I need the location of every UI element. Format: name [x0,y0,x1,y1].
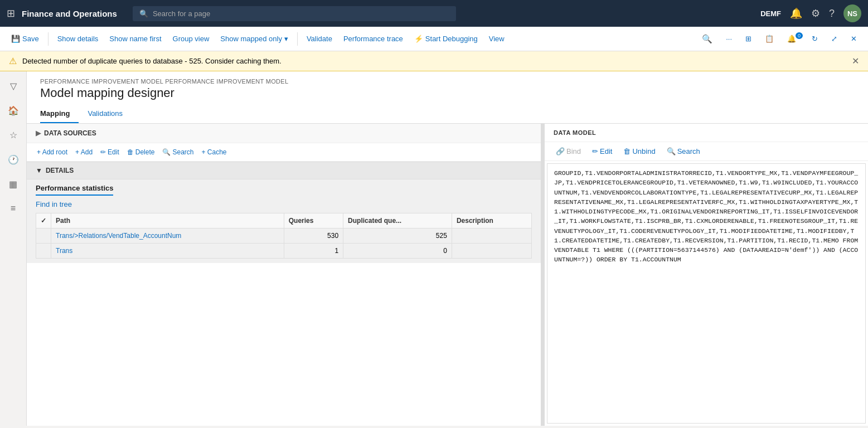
delete-icon: 🗑 [127,148,134,156]
group-view-button[interactable]: Group view [168,32,214,45]
show-details-button[interactable]: Show details [53,32,103,45]
toolbar-open-icon[interactable]: 📋 [760,32,778,45]
separator-1 [48,32,49,46]
panel-splitter[interactable] [542,124,545,426]
validate-button[interactable]: Validate [302,32,337,45]
performance-table: ✓ Path Queries Duplicated que... Descrip… [36,213,532,259]
section-expand-arrow[interactable]: ▶ [36,129,41,137]
row-path-1[interactable]: Trans/>Relations/VendTable_AccountNum [51,228,284,244]
data-sources-label: DATA SOURCES [44,129,96,137]
tab-mapping[interactable]: Mapping [40,105,79,123]
show-name-first-button[interactable]: Show name first [105,32,166,45]
col-description[interactable]: Description [452,213,531,228]
table-row: Trans 1 0 [36,244,532,259]
search-icon: 🔍 [139,9,148,18]
settings-icon[interactable]: ⚙ [811,7,820,20]
col-queries[interactable]: Queries [284,213,343,228]
sql-content[interactable]: GROUPID,T1.VENDORPORTALADMINISTRATORRECI… [547,163,866,424]
row-duplicated-1: 525 [343,228,452,244]
perf-stats-tab[interactable]: Performance statistics [27,179,122,196]
delete-button[interactable]: 🗑 Delete [124,147,158,158]
find-in-tree-link[interactable]: Find in tree [27,196,541,213]
debug-icon: ⚡ [414,35,423,43]
row-duplicated-2: 0 [343,244,452,259]
row-desc-1 [452,228,531,244]
row-check-2[interactable] [36,244,51,259]
toolbar-more-icon[interactable]: ··· [721,32,736,45]
add-button[interactable]: + Add [72,147,96,158]
view-button[interactable]: View [484,32,509,45]
col-check: ✓ [36,213,51,228]
edit-icon: ✏ [100,148,106,156]
env-label: DEMF [760,9,781,18]
col-path[interactable]: Path [51,213,284,228]
toolbar-refresh-icon[interactable]: ↻ [807,32,822,45]
unbind-button[interactable]: 🗑 Unbind [619,145,660,157]
global-search-bar[interactable]: 🔍 Search for a page [133,6,456,21]
edit-button[interactable]: ✏ Edit [97,147,123,158]
home-icon[interactable]: 🏠 [3,100,23,120]
toolbar-grid-icon[interactable]: ⊞ [741,32,756,45]
toolbar-close-icon[interactable]: ✕ [846,32,861,45]
notification-icon[interactable]: 🔔 [790,7,802,20]
main-layout: ▽ 🏠 ☆ 🕐 ▦ ≡ PERFORMANCE IMPROVEMENT MODE… [0,71,868,426]
search-placeholder: Search for a page [153,9,210,18]
table-header-row: ✓ Path Queries Duplicated que... Descrip… [36,213,532,228]
datasource-toolbar: + Add root + Add ✏ Edit 🗑 Delete 🔍 Searc… [27,143,541,162]
avatar[interactable]: NS [843,4,861,22]
star-icon[interactable]: ☆ [3,125,23,145]
link-icon: 🔗 [556,147,565,155]
data-model-toolbar: 🔗 Bind ✏ Edit 🗑 Unbind 🔍 Search [545,142,868,161]
search-icon: 🔍 [162,148,171,156]
grid-icon[interactable]: ⊞ [7,7,15,20]
filter-icon[interactable]: ▽ [3,76,23,96]
search-button[interactable]: 🔍 Search [159,147,197,158]
data-model-header: DATA MODEL [545,124,868,142]
warning-close-button[interactable]: ✕ [852,56,859,66]
show-mapped-only-dropdown[interactable]: Show mapped only ▾ [216,32,293,45]
trash-icon: 🗑 [623,147,631,155]
row-queries-1: 530 [284,228,343,244]
save-icon: 💾 [11,35,20,43]
dm-edit-button[interactable]: ✏ Edit [588,145,617,157]
bind-button[interactable]: 🔗 Bind [551,145,585,157]
content-area: PERFORMANCE IMPROVEMENT MODEL PERFORMANC… [27,71,868,426]
app-title: Finance and Operations [22,9,117,18]
add-root-button[interactable]: + Add root [33,147,71,158]
tab-bar: Mapping Validations [27,105,868,124]
data-sources-section-header: ▶ DATA SOURCES [27,124,541,143]
search-icon: 🔍 [667,147,676,155]
toolbar-badge-icon[interactable]: 🔔0 [783,32,803,45]
page-title: Model mapping designer [40,86,855,100]
clock-icon[interactable]: 🕐 [3,149,23,169]
edit-icon: ✏ [592,147,598,155]
toolbar-expand-icon[interactable]: ⤢ [827,32,842,45]
breadcrumb: PERFORMANCE IMPROVEMENT MODEL PERFORMANC… [40,78,855,85]
save-button[interactable]: 💾 Save [7,32,43,45]
tab-validations[interactable]: Validations [88,105,132,123]
start-debugging-button[interactable]: ⚡ Start Debugging [410,32,482,45]
perf-table-container: ✓ Path Queries Duplicated que... Descrip… [27,213,541,263]
performance-trace-button[interactable]: Performance trace [339,32,408,45]
separator-2 [297,32,298,46]
row-queries-2: 1 [284,244,343,259]
list-icon[interactable]: ≡ [3,198,23,218]
page-header: PERFORMANCE IMPROVEMENT MODEL PERFORMANC… [27,71,868,105]
chevron-down-icon: ▾ [284,35,288,43]
details-section: ▼ DETAILS Performance statistics Find in… [27,162,541,263]
details-section-header[interactable]: ▼ DETAILS [27,162,541,179]
toolbar-search-icon[interactable]: 🔍 [697,32,717,46]
top-navbar: ⊞ Finance and Operations 🔍 Search for a … [0,0,868,27]
help-icon[interactable]: ? [829,8,835,20]
top-nav-right: DEMF 🔔 ⚙ ? NS [760,4,861,22]
cache-button[interactable]: + Cache [198,147,230,158]
details-label: DETAILS [46,167,74,174]
table-icon[interactable]: ▦ [3,174,23,194]
sql-panel: GROUPID,T1.VENDORPORTALADMINISTRATORRECI… [545,161,868,426]
col-duplicated[interactable]: Duplicated que... [343,213,452,228]
right-panel: DATA MODEL 🔗 Bind ✏ Edit 🗑 Unbind [545,124,868,426]
row-path-2[interactable]: Trans [51,244,284,259]
split-panel: ▶ DATA SOURCES + Add root + Add ✏ Edit 🗑… [27,124,868,426]
dm-search-button[interactable]: 🔍 Search [662,145,705,157]
row-check-1[interactable] [36,228,51,244]
